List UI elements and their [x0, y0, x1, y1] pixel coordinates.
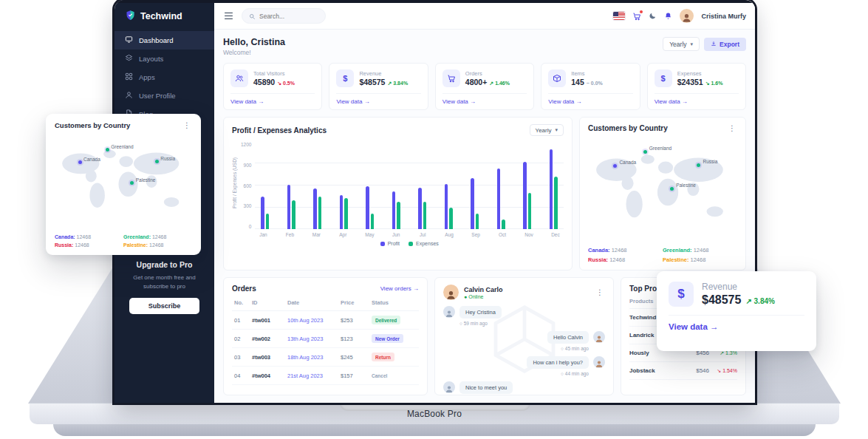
map-dot-greenland[interactable]: [643, 150, 647, 154]
column-header: Price: [338, 295, 369, 311]
product-row[interactable]: Jobstack $546 ↘ 1.54%: [629, 362, 737, 380]
orders-card: Orders View orders → No. ID Date Price: [223, 277, 428, 395]
stat-label: Total Visitors: [253, 70, 295, 77]
upgrade-text: Get one month free and subscribe to pro: [126, 273, 202, 290]
subscribe-button[interactable]: Subscribe: [129, 298, 199, 314]
view-data-link[interactable]: View data →: [230, 93, 315, 109]
view-data-link[interactable]: View data →: [442, 93, 527, 109]
stat-card-expenses: $ Expenses $24351 ↘ 1.6% View data →: [647, 63, 746, 110]
map-label-russia: Russia: [703, 159, 718, 164]
stat-label: Items: [571, 70, 603, 77]
message-time: ○ 45 min ago: [561, 346, 589, 351]
profit-bar: [261, 197, 264, 229]
month-label: May: [364, 232, 375, 237]
chat-contact-avatar[interactable]: [443, 285, 459, 300]
month-label: Jan: [258, 232, 268, 237]
bar-chart: Profit / Expenses (USD) 1200 900 600 300…: [232, 142, 564, 263]
expenses-bar: [502, 220, 505, 229]
sender-avatar: [593, 331, 605, 343]
upgrade-to-pro-panel: Upgrade to Pro Get one month free and su…: [123, 260, 205, 314]
us-flag-icon[interactable]: [613, 12, 625, 20]
expenses-bar: [554, 177, 558, 229]
expenses-bar: [397, 202, 400, 229]
profit-bar: [471, 178, 474, 229]
month-label: Nov: [524, 232, 534, 237]
profit-bar: [313, 188, 317, 229]
sidebar-item-dashboard[interactable]: Dashboard: [115, 31, 214, 50]
bar-group-sep: [471, 142, 479, 229]
stat-card-orders: Orders 4800+ ↗ 1.46% View data →: [435, 63, 534, 110]
kebab-menu-icon[interactable]: ⋮: [182, 121, 192, 129]
cart-icon[interactable]: [632, 12, 641, 21]
status-badge: Cancel: [372, 371, 391, 380]
view-orders-link[interactable]: View orders →: [380, 285, 419, 292]
profit-bar: [418, 188, 422, 229]
search-input[interactable]: [259, 13, 318, 20]
brand-logo[interactable]: Techwind: [115, 0, 214, 31]
sidebar-item-apps[interactable]: Apps: [115, 68, 214, 86]
view-data-link[interactable]: View data →: [336, 93, 420, 109]
stat-trend: ↗ 3.84%: [387, 81, 408, 86]
map-dot-greenland[interactable]: [106, 148, 109, 152]
period-select[interactable]: Yearly ▾: [663, 37, 700, 51]
view-data-link[interactable]: View data →: [548, 93, 632, 109]
map-dot-canada[interactable]: [78, 160, 82, 164]
expenses-bar: [528, 193, 532, 229]
bar-group-may: [366, 142, 374, 229]
card-title: Customers by Country: [55, 121, 130, 129]
stat-card-total-visitors: Total Visitors 45890 ↘ 0.5% View data →: [223, 63, 322, 110]
order-row[interactable]: 03#tw003 18th Aug 2023$245 Return: [232, 348, 419, 367]
month-label: Feb: [284, 232, 295, 237]
legend-item-russia: Russia12468: [55, 242, 123, 248]
dashboard-icon: [125, 35, 133, 45]
topbar: Cristina Murfy: [214, 0, 755, 30]
stat-value: 145: [571, 78, 584, 86]
dark-mode-moon-icon[interactable]: [649, 12, 657, 20]
export-button[interactable]: Export: [704, 38, 746, 51]
legend-item-greenland: Greenland12468: [663, 247, 737, 253]
order-row[interactable]: 04#tw004 21st Aug 2023$157 Cancel: [232, 367, 419, 385]
user-avatar[interactable]: [680, 9, 694, 23]
sidebar-item-user-profile[interactable]: User Profile: [115, 86, 214, 105]
user-name[interactable]: Cristina Murfy: [701, 13, 746, 20]
stat-value: $24351: [677, 78, 703, 86]
bar-group-apr: [340, 142, 348, 229]
message-bubble: How can i help you?: [527, 356, 589, 369]
page-title: Hello, Cristina: [223, 37, 285, 47]
profit-bar: [366, 186, 369, 229]
kebab-menu-icon[interactable]: ⋮: [727, 124, 737, 132]
y-axis-ticks: 1200 900 600 300 0: [241, 142, 251, 229]
message-bubble: Hello Calvin: [547, 331, 589, 344]
country-legend: Canada12468 Greenland12468 Russia12468 P…: [588, 247, 737, 263]
kebab-menu-icon[interactable]: ⋮: [595, 288, 605, 296]
month-label: Sep: [471, 232, 481, 237]
search-box[interactable]: [242, 8, 326, 24]
map-dot-palestine[interactable]: [670, 187, 674, 191]
view-data-link[interactable]: View data →: [655, 93, 739, 109]
search-icon: [249, 10, 256, 23]
sidebar-item-label: User Profile: [139, 92, 176, 100]
legend-item-palestine: Palestine12468: [663, 256, 737, 263]
greeting-row: Hello, Cristina Welcome! Yearly ▾ Export: [223, 37, 746, 56]
profit-bar: [287, 185, 291, 229]
expenses-bar: [476, 214, 479, 229]
view-data-link[interactable]: View data →: [669, 315, 804, 338]
chart-period-select[interactable]: Yearly ▾: [530, 124, 564, 136]
screen-bezel: [115, 0, 755, 3]
status-badge: Return: [372, 353, 394, 361]
notifications-bell-icon[interactable]: [664, 12, 672, 20]
expenses-bar: [266, 214, 270, 229]
map-dot-russia[interactable]: [155, 160, 159, 163]
stat-trend: ↘ 0.5%: [277, 81, 295, 86]
expenses-bar: [292, 200, 295, 229]
stat-label: Revenue: [359, 70, 408, 77]
map-label-russia: Russia: [160, 156, 175, 161]
hamburger-menu-icon[interactable]: [223, 11, 234, 21]
sidebar-item-layouts[interactable]: Layouts: [115, 50, 214, 68]
profit-bar: [550, 149, 553, 229]
order-row[interactable]: 01#tw001 10th Aug 2023$253 Delivered: [232, 311, 419, 330]
month-label: Jul: [417, 232, 428, 237]
profit-expenses-analytics-card: Profit / Expenses Analytics Yearly ▾ Pro…: [223, 117, 573, 270]
world-map-graphic: [588, 136, 737, 244]
order-row[interactable]: 02#tw002 13th Aug 2023$123 New Order: [232, 330, 419, 348]
